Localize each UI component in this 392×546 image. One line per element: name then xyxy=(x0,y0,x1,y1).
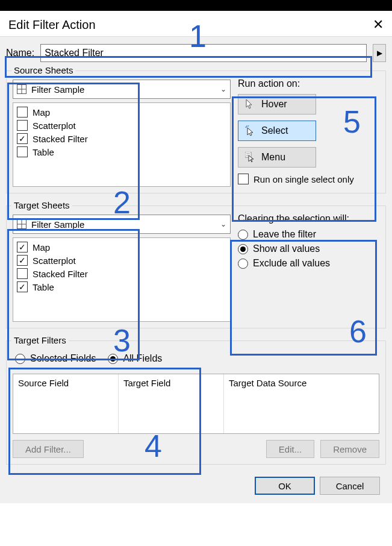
datasource-icon xyxy=(17,84,26,94)
filters-grid[interactable]: Source Field Target Field Target Data So… xyxy=(13,374,379,434)
ok-button[interactable]: OK xyxy=(255,477,315,495)
name-label: Name: xyxy=(6,48,34,58)
radio-leave-filter[interactable]: Leave the filter xyxy=(238,229,379,240)
chevron-down-icon: ⌄ xyxy=(220,85,226,93)
checkbox[interactable] xyxy=(17,120,28,131)
single-select-label: Run on single select only xyxy=(254,174,354,184)
col-target-datasource: Target Data Source xyxy=(229,378,374,388)
col-target-field: Target Field xyxy=(123,378,219,388)
target-sheets-list[interactable]: Map Scatterplot Stacked Filter Table xyxy=(13,237,231,322)
menu-cursor-icon xyxy=(244,152,255,163)
list-item[interactable]: Scatterplot xyxy=(16,119,228,132)
target-filters-group: Target Filters Selected Fields All Field… xyxy=(6,340,386,465)
source-combo-text: Filter Sample xyxy=(31,84,220,95)
source-sheets-group: Source Sheets Filter Sample ⌄ Map Scatte… xyxy=(6,71,386,193)
single-select-checkbox[interactable] xyxy=(238,174,249,184)
checkbox[interactable] xyxy=(17,146,28,157)
list-item[interactable]: Map xyxy=(16,240,228,254)
radio-exclude-all[interactable]: Exclude all values xyxy=(238,258,379,269)
list-item[interactable]: Stacked Filter xyxy=(16,267,228,280)
add-filter-button[interactable]: Add Filter... xyxy=(13,440,84,458)
clearing-label: Clearing the selection will: xyxy=(238,213,379,224)
target-filters-legend: Target Filters xyxy=(11,335,69,345)
list-item[interactable]: Table xyxy=(16,280,228,293)
list-item[interactable]: Scatterplot xyxy=(16,254,228,267)
checkbox[interactable] xyxy=(17,255,28,266)
checkbox[interactable] xyxy=(17,242,28,253)
cursor-click-icon xyxy=(244,125,255,136)
target-sheets-group: Target Sheets Filter Sample ⌄ Map Scatte… xyxy=(6,206,386,328)
checkbox[interactable] xyxy=(17,268,28,279)
select-button[interactable]: Select xyxy=(238,121,316,141)
target-sheets-combo[interactable]: Filter Sample ⌄ xyxy=(13,215,231,234)
radio-all-fields[interactable]: All Fields xyxy=(108,353,162,364)
target-combo-text: Filter Sample xyxy=(31,219,220,230)
list-item[interactable]: Stacked Filter xyxy=(16,132,228,145)
target-sheets-legend: Target Sheets xyxy=(11,200,72,210)
menu-button[interactable]: Menu xyxy=(238,147,316,168)
svg-line-5 xyxy=(248,125,249,127)
col-source-field: Source Field xyxy=(18,378,113,388)
name-input[interactable] xyxy=(40,44,367,62)
cursor-icon xyxy=(244,99,255,110)
source-sheets-combo[interactable]: Filter Sample ⌄ xyxy=(13,80,231,99)
checkbox[interactable] xyxy=(17,133,28,144)
radio-selected-fields[interactable]: Selected Fields xyxy=(15,353,96,364)
list-item[interactable]: Map xyxy=(16,105,228,119)
dialog-title: Edit Filter Action xyxy=(8,18,96,32)
hover-button[interactable]: Hover xyxy=(238,94,316,115)
source-sheets-legend: Source Sheets xyxy=(11,65,75,75)
radio-show-all[interactable]: Show all values xyxy=(238,243,379,254)
close-icon[interactable]: ✕ xyxy=(373,17,384,33)
list-item[interactable]: Table xyxy=(16,145,228,158)
datasource-icon xyxy=(17,219,26,229)
run-action-label: Run action on: xyxy=(238,78,379,89)
name-menu-button[interactable]: ▶ xyxy=(373,44,386,62)
checkbox[interactable] xyxy=(17,107,28,118)
source-sheets-list[interactable]: Map Scatterplot Stacked Filter Table xyxy=(13,102,231,187)
edit-filter-button[interactable]: Edit... xyxy=(266,440,314,458)
chevron-down-icon: ⌄ xyxy=(220,220,226,228)
remove-filter-button[interactable]: Remove xyxy=(320,440,379,458)
cancel-button[interactable]: Cancel xyxy=(320,477,380,495)
checkbox[interactable] xyxy=(17,281,28,292)
